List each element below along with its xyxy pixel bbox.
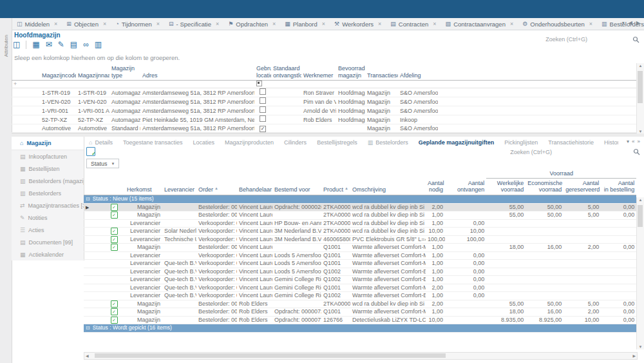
detail-tab-locaties[interactable]: Locaties: [188, 139, 220, 146]
detail-tab-toegestane-transacties[interactable]: Toegestane transacties: [118, 139, 188, 146]
add-document-icon[interactable]: ▤: [70, 40, 77, 49]
sidebar-item-actiekalender[interactable]: ▦Actiekalender: [12, 248, 84, 260]
add-record-icon[interactable]: ◫: [13, 40, 20, 49]
table-row[interactable]: 52-TP-XZ52-TP-XZAutomagazijnPiet Heinkad…: [12, 115, 636, 124]
new-row-filter-row[interactable]: +: [12, 81, 636, 88]
table-row[interactable]: 1-VRI-0011-VRI-001 AutAutomagazijnAmster…: [12, 106, 636, 115]
tab-contracten[interactable]: ▤Contracten×: [386, 18, 440, 30]
collapse-icon[interactable]: ⊟: [86, 324, 90, 332]
detail-tab-geplande-magazijnuitgiften[interactable]: Geplande magazijnuitgiften: [413, 139, 500, 146]
column-header-aantal-nodig[interactable]: Aantal nodig: [426, 179, 445, 195]
detail-tab-scroll-icon-0[interactable]: ▾: [627, 139, 629, 144]
scroll-right-icon[interactable]: ▶: [632, 353, 636, 358]
table-row[interactable]: ✓MagazijnBestelorder: 0000Rob EldersOpdr…: [84, 308, 636, 317]
tab-scroll-icon-0[interactable]: ▾: [622, 20, 625, 26]
search-icon[interactable]: [633, 148, 640, 155]
checkbox-icon[interactable]: [260, 106, 266, 113]
edit-add-icon[interactable]: ✎: [58, 40, 64, 49]
tab-close-icon[interactable]: ×: [54, 21, 57, 27]
table-row[interactable]: ✓MagazijnBestelorder: 0000Vincent Lauret…: [84, 244, 636, 252]
detail-tab-transactiehistorie[interactable]: Transactiehistorie: [543, 139, 599, 146]
column-header-order[interactable]: Order▲: [196, 179, 237, 195]
tab-close-icon[interactable]: ×: [322, 21, 325, 27]
attributes-side-strip[interactable]: Attributen: [0, 18, 12, 363]
tab-close-icon[interactable]: ×: [103, 21, 106, 27]
table-row[interactable]: LeverancierQue-tech B.V.Verkooporder: 00…: [84, 292, 636, 300]
table-row[interactable]: LeverancierQue-tech B.V.Verkooporder: 00…: [84, 268, 636, 276]
column-header-standaard-ontvangstlocatie[interactable]: Standaard ontvangstlocatie: [271, 63, 301, 81]
column-header-aantal-gereserveerd[interactable]: Aantal gereserveerd: [564, 179, 601, 195]
group-by-hint[interactable]: Sleep een kolomkop hierheen om op die ko…: [14, 54, 180, 61]
detail-tab-scroll-icon-2[interactable]: »: [638, 139, 640, 144]
detail-tab-magazijnproducten[interactable]: Magazijnproducten: [220, 139, 279, 146]
table-row[interactable]: ✓MagazijnBestelorder: 0000Rob Elders2TKA…: [84, 300, 636, 308]
group-row[interactable]: ⊟Status : Wordt gepickt (16 items): [84, 324, 636, 333]
column-header-herkomst[interactable]: Herkomst: [125, 179, 162, 195]
detail-tab-bestellijstregels[interactable]: Bestellijstregels: [312, 139, 363, 146]
table-row[interactable]: LeverancierVerkooporder: 00Vincent Laure…: [84, 251, 636, 260]
group-row[interactable]: ⊟Status : Nieuw (15 items): [84, 195, 636, 204]
bottom-search-input[interactable]: Zoeken (Ctrl+G): [359, 149, 552, 155]
tab-opdrachten[interactable]: ⚑Opdrachten×: [223, 18, 280, 30]
tab-scroll-icon-2[interactable]: ▶: [636, 20, 640, 26]
status-filter-button[interactable]: Status ▼: [86, 159, 119, 168]
column-header-magazijncode[interactable]: Magazijncode▲: [40, 63, 76, 81]
checkbox-checked-icon[interactable]: ✓: [260, 126, 266, 132]
release-picking-icon[interactable]: ✓: [86, 147, 95, 156]
column-header-transactieschema[interactable]: Transactieschema: [365, 63, 398, 81]
column-header-afdeling[interactable]: Afdeling: [398, 63, 438, 81]
table-row[interactable]: 1-STR-0191-STR-019AutomagazijnAmsterdams…: [12, 88, 636, 97]
checkbox-icon[interactable]: [260, 88, 266, 95]
tab-specificatie[interactable]: ⊟- Specificatie×: [164, 18, 223, 30]
scroll-thumb[interactable]: [638, 71, 643, 103]
detail-tab-bestelorders[interactable]: ▥Bestelorders: [363, 139, 413, 146]
collapse-icon[interactable]: ⊟: [86, 195, 90, 203]
search-icon[interactable]: [632, 36, 639, 43]
scroll-thumb[interactable]: [638, 205, 643, 227]
column-header-bevoorradings-magazijn[interactable]: Bevoorradings magazijn: [336, 63, 365, 81]
table-row[interactable]: AutomotiveAutomotiveStandaard maAmsterda…: [12, 124, 636, 133]
scroll-up-icon[interactable]: ▲: [637, 64, 644, 68]
detail-tab-details[interactable]: ⌂Details: [84, 139, 118, 146]
sidebar-item-inkoopfacturen[interactable]: ▤Inkoopfacturen: [12, 150, 84, 162]
table-row[interactable]: ✓LeverancierSolar NederlandVerkooporder:…: [84, 228, 636, 236]
tab-contractaanvragen[interactable]: ▧Contractaanvragen×: [441, 18, 518, 30]
column-header-magazijnnaam[interactable]: Magazijnnaam: [76, 63, 109, 81]
table-row[interactable]: ✓MagazijnBestelorder: 0000Vincent Lauret…: [84, 211, 636, 220]
column-header-economische-voorraad[interactable]: Economische voorraad: [526, 179, 564, 195]
table-row[interactable]: ✓MagazijnBestelorder: 0000Rob EldersOpdr…: [84, 316, 636, 324]
table-row[interactable]: ✓LeverancierTechnische UnieVerkooporder:…: [84, 235, 636, 244]
top-search-input[interactable]: Zoeken (Ctrl+G): [394, 36, 587, 43]
column-header-bestemd-voor[interactable]: Bestemd voor: [272, 179, 321, 195]
column-header-werkelijke-voorraad[interactable]: Werkelijke voorraad: [486, 179, 526, 195]
tab-close-icon[interactable]: ×: [378, 21, 381, 27]
column-header-werknemer[interactable]: Werknemer: [301, 63, 336, 81]
tab-close-icon[interactable]: ×: [510, 21, 513, 27]
sidebar-item-magazijn[interactable]: ⌂Magazijn: [12, 137, 84, 150]
column-header-magazijn-type[interactable]: Magazijn type: [109, 63, 140, 81]
tab-scroll-icon-1[interactable]: ◀: [629, 20, 632, 26]
add-planning-icon[interactable]: ▦: [32, 40, 39, 49]
table-row[interactable]: LeverancierVerkooporder: 00Vincent Laure…: [84, 219, 636, 228]
table-row[interactable]: LeverancierQue-tech B.V.Verkooporder: 00…: [84, 260, 636, 268]
scroll-up-icon[interactable]: ▲: [637, 198, 644, 202]
tab-werkorders[interactable]: ⚒Werkorders×: [330, 18, 386, 30]
top-grid-vscrollbar[interactable]: ▲ ▼: [636, 63, 644, 134]
column-header-omschrijving[interactable]: Omschrijving: [350, 179, 426, 195]
export-icon[interactable]: ▥: [95, 40, 102, 49]
column-header-aantal-in-bestelling[interactable]: Aantal in bestelling: [601, 179, 636, 195]
table-row[interactable]: LeverancierQue-tech B.V.Verkooporder: 00…: [84, 284, 636, 292]
sidebar-item-magazijntransacties-3[interactable]: ⇄Magazijntransacties [3]: [12, 199, 84, 211]
tab-tijdnormen[interactable]: ◔Tijdnormen×: [111, 18, 164, 30]
table-row[interactable]: LeverancierQue-tech B.V.Verkooporder: 00…: [84, 276, 636, 284]
send-mail-icon[interactable]: ✉: [46, 40, 52, 49]
tab-close-icon[interactable]: ×: [272, 21, 276, 27]
tab-close-icon[interactable]: ×: [216, 21, 219, 27]
column-header-gebruik-locaties[interactable]: Gebruik locaties: [254, 63, 271, 81]
tab-planbord[interactable]: ▦Planbord×: [280, 18, 330, 30]
column-header-product[interactable]: Product▲: [321, 179, 350, 195]
detail-tab-cilinders[interactable]: Cilinders: [279, 139, 312, 146]
bottom-grid-vscrollbar[interactable]: ▲ ▼: [636, 197, 644, 349]
tab-onderhoudsbeurten[interactable]: ⚙Onderhoudsbeurten×: [518, 18, 597, 30]
column-header-leverancier[interactable]: Leverancier: [162, 179, 196, 195]
